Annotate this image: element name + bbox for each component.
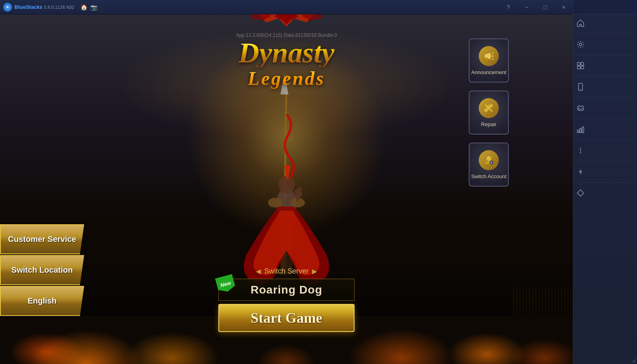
svg-rect-51: [570, 289, 572, 316]
svg-rect-36: [522, 287, 524, 316]
sidebar-divider-3: [577, 76, 634, 76]
svg-point-71: [581, 108, 582, 109]
sidebar-divider-8: [577, 182, 634, 183]
maximize-button[interactable]: □: [536, 0, 554, 14]
english-button[interactable]: English: [0, 286, 84, 316]
bluestacks-logo: B: [3, 3, 12, 12]
svg-rect-46: [554, 289, 556, 316]
sidebar-home-icon[interactable]: [573, 14, 588, 32]
sidebar-divider-7: [577, 161, 634, 161]
switch-account-button[interactable]: Switch Account: [469, 143, 509, 187]
svg-rect-35: [519, 289, 520, 316]
switch-location-button[interactable]: Switch Location: [0, 255, 84, 285]
svg-rect-65: [577, 66, 580, 69]
sidebar-more-icon[interactable]: [573, 142, 588, 159]
svg-rect-44: [548, 288, 549, 316]
sidebar-phone-icon[interactable]: [573, 78, 588, 96]
sidebar-apps-icon[interactable]: [573, 57, 588, 74]
help-button[interactable]: ?: [499, 0, 518, 14]
svg-rect-66: [581, 66, 584, 69]
svg-rect-52: [490, 54, 492, 58]
repair-icon: [479, 98, 499, 118]
titlebar-controls: ? − □ ×: [499, 0, 573, 14]
sidebar-diamond-icon[interactable]: [573, 184, 588, 202]
svg-point-5: [268, 198, 282, 207]
svg-marker-79: [577, 190, 584, 196]
svg-point-77: [580, 150, 581, 151]
svg-rect-73: [577, 130, 579, 133]
svg-rect-56: [486, 58, 488, 60]
bluestacks-sidebar: [573, 0, 637, 364]
svg-rect-47: [558, 288, 559, 316]
announcement-button[interactable]: Announcement: [469, 38, 509, 82]
sidebar-divider-4: [577, 97, 634, 98]
sidebar-divider-2: [577, 55, 634, 55]
home-icon[interactable]: 🏠: [81, 4, 87, 10]
game-ui-panel: ◀ Switch Server ▶ New Roaring Dog Start …: [218, 267, 355, 332]
svg-rect-41: [538, 288, 540, 316]
titlebar-icons: 🏠 📷: [81, 4, 97, 10]
svg-point-76: [580, 148, 581, 149]
svg-rect-33: [513, 288, 514, 316]
sidebar-lightning-icon[interactable]: [573, 163, 588, 181]
server-name-box[interactable]: New Roaring Dog: [218, 279, 355, 301]
svg-rect-48: [561, 290, 562, 316]
logo-line2: Legends: [238, 67, 335, 89]
left-arrow-icon: ◀: [256, 267, 261, 275]
start-game-button[interactable]: Start Game: [218, 304, 355, 332]
switch-server-row: ◀ Switch Server ▶: [256, 267, 316, 276]
svg-point-62: [579, 43, 582, 46]
right-arrow-icon: ▶: [312, 267, 317, 275]
minimize-button[interactable]: −: [518, 0, 536, 14]
sidebar-divider-6: [577, 140, 634, 140]
customer-service-button[interactable]: Customer Service: [0, 224, 84, 254]
game-logo: Dynasty Legends: [238, 38, 335, 89]
svg-rect-38: [529, 286, 530, 316]
switch-server-label: Switch Server: [264, 267, 308, 276]
new-badge: New: [215, 274, 236, 294]
svg-point-78: [580, 152, 581, 153]
server-name-text: Roaring Dog: [251, 284, 323, 296]
right-panel: Announcement Repair: [469, 38, 509, 187]
svg-rect-37: [526, 288, 527, 316]
titlebar-brand: BlueStacks: [14, 4, 42, 10]
svg-point-68: [580, 89, 581, 90]
titlebar: B BlueStacks 5.6.0.1126 N32 🏠 📷 ? − □ ×: [0, 0, 573, 14]
sidebar-controller-icon[interactable]: [573, 99, 588, 117]
sidebar-divider-1: [577, 34, 634, 34]
left-buttons: Customer Service Switch Location English: [0, 224, 84, 316]
announcement-label: Announcement: [471, 69, 506, 75]
svg-rect-45: [551, 287, 552, 316]
svg-rect-42: [542, 287, 543, 316]
sidebar-top-bar: [573, 0, 637, 14]
svg-rect-49: [564, 288, 565, 316]
svg-rect-40: [535, 288, 536, 316]
game-area: App.11.3.600(24.115) Data.81130018 Bundl…: [0, 14, 573, 364]
close-button[interactable]: ×: [554, 0, 573, 14]
sidebar-stats-icon[interactable]: [573, 121, 588, 138]
sidebar-divider-5: [577, 119, 634, 119]
svg-rect-75: [582, 127, 584, 133]
svg-rect-39: [532, 289, 533, 316]
svg-rect-50: [567, 287, 568, 316]
svg-line-53: [492, 52, 494, 54]
switch-account-icon: [479, 150, 499, 170]
svg-point-59: [486, 156, 491, 161]
svg-rect-74: [580, 129, 581, 133]
resize-handle[interactable]: [631, 358, 637, 364]
svg-point-72: [582, 109, 583, 109]
sidebar-settings-icon[interactable]: [573, 36, 588, 53]
announcement-icon: [479, 46, 499, 66]
svg-rect-64: [581, 62, 584, 65]
switch-account-label: Switch Account: [471, 173, 506, 179]
svg-rect-34: [516, 286, 517, 316]
repair-label: Repair: [481, 121, 496, 127]
titlebar-version: 5.6.0.1126 N32: [44, 5, 74, 10]
svg-rect-43: [545, 290, 546, 316]
camera-icon[interactable]: 📷: [91, 4, 97, 10]
logo-line1: Dynasty: [238, 38, 335, 67]
repair-button[interactable]: Repair: [469, 90, 509, 135]
svg-rect-63: [577, 62, 580, 65]
svg-line-55: [492, 58, 494, 60]
